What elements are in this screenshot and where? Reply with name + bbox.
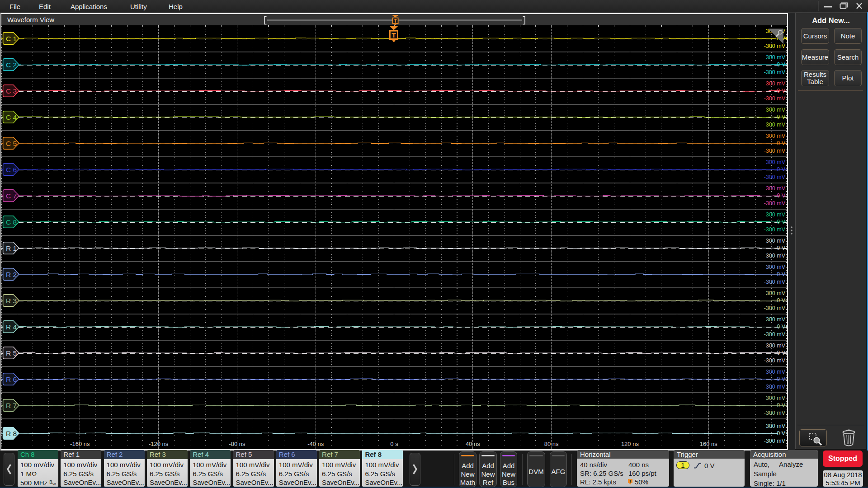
svg-text:R 8: R 8 xyxy=(6,430,17,437)
svg-text:-300 mV: -300 mV xyxy=(764,410,786,416)
svg-text:C 4: C 4 xyxy=(6,113,17,121)
svg-text:-40 ns: -40 ns xyxy=(307,441,324,447)
svg-text:C 7: C 7 xyxy=(6,192,17,200)
svg-text:0 V: 0 V xyxy=(777,402,785,408)
svg-text:-300 mV: -300 mV xyxy=(764,200,786,206)
svg-text:120 ns: 120 ns xyxy=(621,441,639,447)
svg-text:R 1: R 1 xyxy=(6,244,17,252)
svg-text:C 8: C 8 xyxy=(6,218,17,226)
svg-text:0 V: 0 V xyxy=(777,324,785,330)
svg-text:0 V: 0 V xyxy=(777,114,785,120)
svg-text:300 mV: 300 mV xyxy=(766,211,786,218)
svg-text:300 mV: 300 mV xyxy=(766,423,786,429)
svg-text:-300 mV: -300 mV xyxy=(764,279,786,285)
svg-text:-300 mV: -300 mV xyxy=(764,305,786,311)
svg-text:300 mV: 300 mV xyxy=(766,80,786,87)
svg-text:300 mV: 300 mV xyxy=(766,159,786,165)
svg-text:-300 mV: -300 mV xyxy=(764,357,786,364)
svg-text:300 mV: 300 mV xyxy=(766,238,786,244)
svg-text:0 V: 0 V xyxy=(777,430,785,436)
svg-text:T: T xyxy=(629,479,632,483)
svg-text:80 ns: 80 ns xyxy=(544,441,559,447)
svg-text:-300 mV: -300 mV xyxy=(764,95,786,102)
svg-text:-300 mV: -300 mV xyxy=(764,226,786,233)
svg-text:300 mV: 300 mV xyxy=(766,54,786,61)
svg-text:-300 mV: -300 mV xyxy=(764,384,786,390)
svg-text:0 V: 0 V xyxy=(777,88,785,94)
svg-text:-300 mV: -300 mV xyxy=(764,438,786,444)
svg-text:0 V: 0 V xyxy=(777,297,785,304)
svg-text:0 V: 0 V xyxy=(777,245,785,251)
svg-text:-80 ns: -80 ns xyxy=(229,441,245,447)
svg-text:40 ns: 40 ns xyxy=(466,441,480,447)
svg-text:-300 mV: -300 mV xyxy=(764,122,786,128)
svg-text:R 3: R 3 xyxy=(6,297,17,305)
svg-text:R 2: R 2 xyxy=(6,271,17,278)
svg-text:C 5: C 5 xyxy=(6,140,17,147)
svg-text:R 5: R 5 xyxy=(6,349,17,357)
svg-text:-300 mV: -300 mV xyxy=(764,148,786,154)
svg-text:0 V: 0 V xyxy=(777,350,785,356)
svg-text:0 V: 0 V xyxy=(777,271,785,277)
svg-text:0 V: 0 V xyxy=(777,61,785,68)
svg-text:160 ns: 160 ns xyxy=(700,441,718,447)
svg-text:-300 mV: -300 mV xyxy=(764,69,786,75)
svg-text:0 V: 0 V xyxy=(777,192,785,199)
svg-text:C 2: C 2 xyxy=(6,61,17,69)
svg-text:0 V: 0 V xyxy=(777,140,785,146)
svg-text:T: T xyxy=(392,31,396,39)
svg-text:R 6: R 6 xyxy=(6,375,17,383)
svg-text:R 7: R 7 xyxy=(6,402,17,409)
svg-text:-160 ns: -160 ns xyxy=(70,441,90,447)
svg-text:0 V: 0 V xyxy=(777,219,785,225)
svg-text:-300 mV: -300 mV xyxy=(764,253,786,259)
svg-text:300 mV: 300 mV xyxy=(766,343,786,349)
svg-text:300 mV: 300 mV xyxy=(766,107,786,113)
svg-text:T: T xyxy=(394,18,397,23)
svg-text:0 V: 0 V xyxy=(777,166,785,173)
svg-text:300 mV: 300 mV xyxy=(766,369,786,375)
svg-text:300 mV: 300 mV xyxy=(766,185,786,192)
svg-text:-300 mV: -300 mV xyxy=(764,331,786,338)
svg-text:C 3: C 3 xyxy=(6,87,17,95)
svg-text:300 mV: 300 mV xyxy=(766,264,786,270)
svg-text:300 mV: 300 mV xyxy=(766,316,786,323)
svg-text:300 mV: 300 mV xyxy=(766,395,786,401)
svg-text:-300 mV: -300 mV xyxy=(764,43,786,49)
svg-text:300 mV: 300 mV xyxy=(766,133,786,139)
svg-text:R 4: R 4 xyxy=(6,323,17,331)
svg-text:0 s: 0 s xyxy=(390,441,398,447)
svg-text:300 mV: 300 mV xyxy=(766,290,786,296)
svg-text:-120 ns: -120 ns xyxy=(149,441,169,447)
svg-text:-300 mV: -300 mV xyxy=(764,174,786,180)
svg-text:C 6: C 6 xyxy=(6,166,17,174)
svg-text:C 1: C 1 xyxy=(6,35,17,42)
svg-text:0 V: 0 V xyxy=(777,376,785,382)
